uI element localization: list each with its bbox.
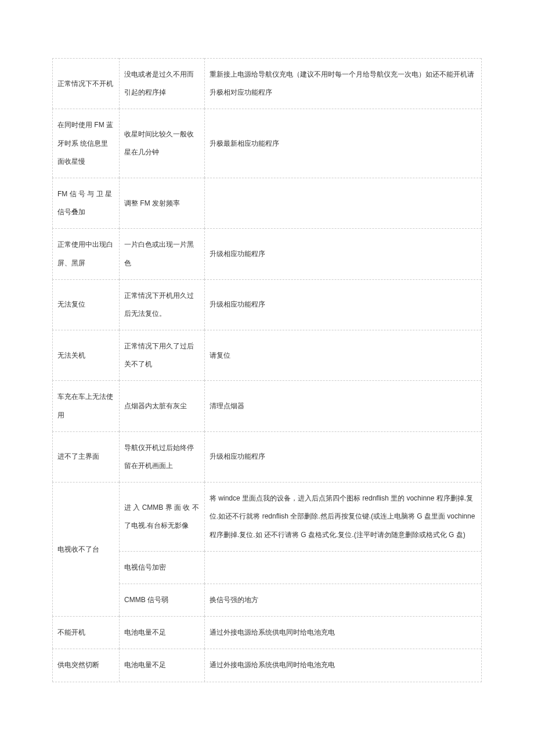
solution-cell: 升级相应功能程序: [204, 279, 481, 330]
cause-cell: CMMB 信号弱: [119, 584, 204, 616]
table-row: 车充在车上无法使用 点烟器内太脏有灰尘 清理点烟器: [52, 380, 481, 431]
solution-cell: 通过外接电源给系统供电同时给电池充电: [204, 616, 481, 649]
cause-cell: 电池电量不足: [119, 649, 204, 681]
problem-cell: 正常使用中出现白屏、黑屏: [52, 228, 119, 279]
problem-cell: 不能开机: [52, 616, 119, 649]
problem-cell: 无法复位: [52, 279, 119, 330]
solution-cell: 清理点烟器: [204, 380, 481, 431]
solution-cell: 将 windce 里面点我的设备，进入后点第四个图标 rednflish 里的 …: [204, 482, 481, 551]
cause-cell: 收星时间比较久一般收星在几分钟: [119, 109, 204, 178]
solution-cell: 重新接上电源给导航仪充电（建议不用时每一个月给导航仪充一次电）如还不能开机请升极…: [204, 58, 481, 109]
problem-cell: 车充在车上无法使用: [52, 380, 119, 431]
cause-cell: 正常情况下开机用久过后无法复位。: [119, 279, 204, 330]
problem-cell: 在同时使用 FM 蓝牙时系 统信息里面收星慢: [52, 109, 119, 178]
solution-cell: 升级相应功能程序: [204, 228, 481, 279]
table-row: 正常情况下不开机 没电或者是过久不用而引起的程序掉 重新接上电源给导航仪充电（建…: [52, 58, 481, 109]
problem-cell: 电视收不了台: [52, 482, 119, 616]
table-row: 无法关机 正常情况下用久了过后关不了机 请复位: [52, 330, 481, 380]
cause-cell: 一片白色或出现一片黑色: [119, 228, 204, 279]
solution-cell: [204, 551, 481, 584]
table-row: 电视收不了台 进 入 CMMB 界 面 收 不了电视.有台标无影像 将 wind…: [52, 482, 481, 551]
solution-cell: 换信号强的地方: [204, 584, 481, 616]
cause-cell: 电池电量不足: [119, 616, 204, 649]
table-row: 在同时使用 FM 蓝牙时系 统信息里面收星慢 收星时间比较久一般收星在几分钟 升…: [52, 109, 481, 178]
cause-cell: 调整 FM 发射频率: [119, 178, 204, 228]
table-row: 不能开机 电池电量不足 通过外接电源给系统供电同时给电池充电: [52, 616, 481, 649]
table-row: 无法复位 正常情况下开机用久过后无法复位。 升级相应功能程序: [52, 279, 481, 330]
cause-cell: 正常情况下用久了过后关不了机: [119, 330, 204, 380]
problem-cell: 正常情况下不开机: [52, 58, 119, 109]
solution-cell: 升级相应功能程序: [204, 431, 481, 482]
cause-cell: 点烟器内太脏有灰尘: [119, 380, 204, 431]
cause-cell: 导航仪开机过后始终停留在开机画面上: [119, 431, 204, 482]
table-row: 进不了主界面 导航仪开机过后始终停留在开机画面上 升级相应功能程序: [52, 431, 481, 482]
problem-cell: FM 信 号 与 卫 星信号叠加: [52, 178, 119, 228]
cause-cell: 进 入 CMMB 界 面 收 不了电视.有台标无影像: [119, 482, 204, 551]
problem-cell: 进不了主界面: [52, 431, 119, 482]
cause-cell: 没电或者是过久不用而引起的程序掉: [119, 58, 204, 109]
table-row: 正常使用中出现白屏、黑屏 一片白色或出现一片黑色 升级相应功能程序: [52, 228, 481, 279]
solution-cell: [204, 178, 481, 228]
solution-cell: 请复位: [204, 330, 481, 380]
solution-cell: 升极最新相应功能程序: [204, 109, 481, 178]
solution-cell: 通过外接电源给系统供电同时给电池充电: [204, 649, 481, 681]
table-row: 供电突然切断 电池电量不足 通过外接电源给系统供电同时给电池充电: [52, 649, 481, 681]
cause-cell: 电视信号加密: [119, 551, 204, 584]
troubleshooting-table: 正常情况下不开机 没电或者是过久不用而引起的程序掉 重新接上电源给导航仪充电（建…: [52, 58, 482, 682]
table-row: FM 信 号 与 卫 星信号叠加 调整 FM 发射频率: [52, 178, 481, 228]
problem-cell: 供电突然切断: [52, 649, 119, 681]
problem-cell: 无法关机: [52, 330, 119, 380]
